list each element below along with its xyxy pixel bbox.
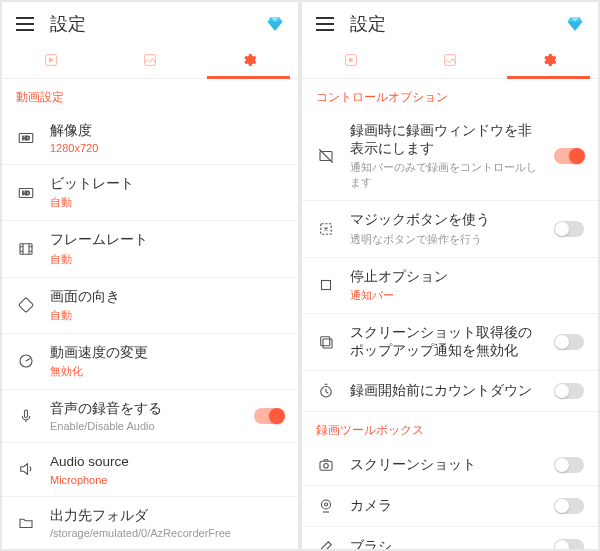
settings-list: 動画設定 HD 解像度1280x720 HD ビットレート自動 フレームレート自… — [2, 79, 298, 549]
section-header: コントロールオプション — [302, 79, 598, 112]
toggle-switch[interactable] — [554, 383, 584, 399]
magic-icon — [316, 219, 336, 239]
row-resolution[interactable]: HD 解像度1280x720 — [2, 112, 298, 165]
row-sub: 無効化 — [50, 364, 284, 379]
rotate-icon — [16, 295, 36, 315]
row-sub: 透明なボタンで操作を行う — [350, 232, 540, 247]
page-title: 設定 — [50, 12, 250, 36]
tabs — [2, 44, 298, 79]
svg-rect-9 — [25, 410, 28, 418]
row-title: 画面の向き — [50, 288, 284, 306]
row-tool-camera[interactable]: カメラ — [302, 486, 598, 527]
row-stop-option[interactable]: 停止オプション通知バー — [302, 258, 598, 314]
row-tool-screenshot[interactable]: スクリーンショット — [302, 445, 598, 486]
svg-point-19 — [324, 464, 329, 469]
toggle-switch[interactable] — [254, 408, 284, 424]
row-sub: 自動 — [50, 195, 284, 210]
row-audio-source[interactable]: Audio sourceMicrophone — [2, 443, 298, 496]
row-sub: Microphone — [50, 474, 284, 486]
tab-settings[interactable] — [199, 44, 298, 78]
tabs — [302, 44, 598, 79]
tab-settings[interactable] — [499, 44, 598, 78]
row-output-folder[interactable]: 出力先フォルダ/storage/emulated/0/AzRecorderFre… — [2, 497, 298, 549]
toggle-switch[interactable] — [554, 539, 584, 549]
svg-point-20 — [322, 500, 331, 509]
row-sub: /storage/emulated/0/AzRecorderFree — [50, 527, 284, 539]
row-title: 解像度 — [50, 122, 284, 140]
toggle-switch[interactable] — [554, 221, 584, 237]
page-title: 設定 — [350, 12, 550, 36]
section-header: 録画ツールボックス — [302, 412, 598, 445]
row-audio-record[interactable]: 音声の録音をするEnable/Disable Audio — [2, 390, 298, 443]
row-title: フレームレート — [50, 231, 284, 249]
svg-point-21 — [325, 503, 328, 506]
svg-rect-16 — [323, 339, 332, 348]
speed-icon — [16, 351, 36, 371]
hd-icon: HD — [16, 183, 36, 203]
screen-right: 設定 コントロールオプション 録画時に録画ウィンドウを非表示にします通知バーのみ… — [302, 2, 598, 549]
row-framerate[interactable]: フレームレート自動 — [2, 221, 298, 277]
tab-play[interactable] — [2, 44, 101, 78]
row-sub: 通知バーのみで録画をコントロールします — [350, 160, 540, 190]
toggle-switch[interactable] — [554, 457, 584, 473]
row-title: Audio source — [50, 453, 284, 471]
film-icon — [16, 239, 36, 259]
screenshot-icon — [316, 332, 336, 352]
svg-text:HD: HD — [22, 135, 30, 141]
section-header: 動画設定 — [2, 79, 298, 112]
row-sub: 自動 — [50, 252, 284, 267]
row-countdown[interactable]: 録画開始前にカウントダウン — [302, 371, 598, 412]
diamond-icon[interactable] — [266, 15, 284, 33]
row-title: 出力先フォルダ — [50, 507, 284, 525]
svg-rect-18 — [320, 462, 332, 471]
hide-icon — [316, 146, 336, 166]
tab-image[interactable] — [101, 44, 200, 78]
stop-icon — [316, 275, 336, 295]
svg-rect-6 — [20, 244, 32, 255]
row-title: マジックボタンを使う — [350, 211, 540, 229]
settings-list: コントロールオプション 録画時に録画ウィンドウを非表示にします通知バーのみで録画… — [302, 79, 598, 549]
tab-image[interactable] — [401, 44, 500, 78]
diamond-icon[interactable] — [566, 15, 584, 33]
row-screenshot-popup[interactable]: スクリーンショット取得後のポップアップ通知を無効化 — [302, 314, 598, 371]
row-title: スクリーンショット取得後のポップアップ通知を無効化 — [350, 324, 540, 360]
brush-icon — [316, 537, 336, 549]
menu-icon[interactable] — [316, 17, 334, 31]
row-title: 停止オプション — [350, 268, 584, 286]
webcam-icon — [316, 496, 336, 516]
row-title: 動画速度の変更 — [50, 344, 284, 362]
toggle-switch[interactable] — [554, 334, 584, 350]
camera-icon — [316, 455, 336, 475]
tab-play[interactable] — [302, 44, 401, 78]
svg-rect-7 — [19, 298, 34, 313]
row-title: 音声の録音をする — [50, 400, 240, 418]
row-title: カメラ — [350, 497, 540, 515]
row-sub: 自動 — [50, 308, 284, 323]
row-hide-window[interactable]: 録画時に録画ウィンドウを非表示にします通知バーのみで録画をコントロールします — [302, 112, 598, 201]
row-magic-button[interactable]: マジックボタンを使う透明なボタンで操作を行う — [302, 201, 598, 257]
row-orientation[interactable]: 画面の向き自動 — [2, 278, 298, 334]
topbar: 設定 — [302, 2, 598, 44]
speaker-icon — [16, 459, 36, 479]
row-speed[interactable]: 動画速度の変更無効化 — [2, 334, 298, 390]
row-title: 録画開始前にカウントダウン — [350, 382, 540, 400]
row-title: ブラシ — [350, 538, 540, 549]
mic-icon — [16, 406, 36, 426]
row-sub: Enable/Disable Audio — [50, 420, 240, 432]
topbar: 設定 — [2, 2, 298, 44]
row-title: ビットレート — [50, 175, 284, 193]
toggle-switch[interactable] — [554, 148, 584, 164]
timer-icon — [316, 381, 336, 401]
screen-left: 設定 動画設定 HD 解像度1280x720 HD ビットレート自動 フレームレ… — [2, 2, 298, 549]
row-tool-brush[interactable]: ブラシ — [302, 527, 598, 549]
row-bitrate[interactable]: HD ビットレート自動 — [2, 165, 298, 221]
hd-icon: HD — [16, 128, 36, 148]
row-sub: 1280x720 — [50, 142, 284, 154]
svg-rect-14 — [322, 281, 331, 290]
toggle-switch[interactable] — [554, 498, 584, 514]
row-title: スクリーンショット — [350, 456, 540, 474]
svg-text:HD: HD — [22, 190, 30, 196]
row-title: 録画時に録画ウィンドウを非表示にします — [350, 122, 540, 158]
menu-icon[interactable] — [16, 17, 34, 31]
svg-rect-15 — [321, 337, 330, 346]
